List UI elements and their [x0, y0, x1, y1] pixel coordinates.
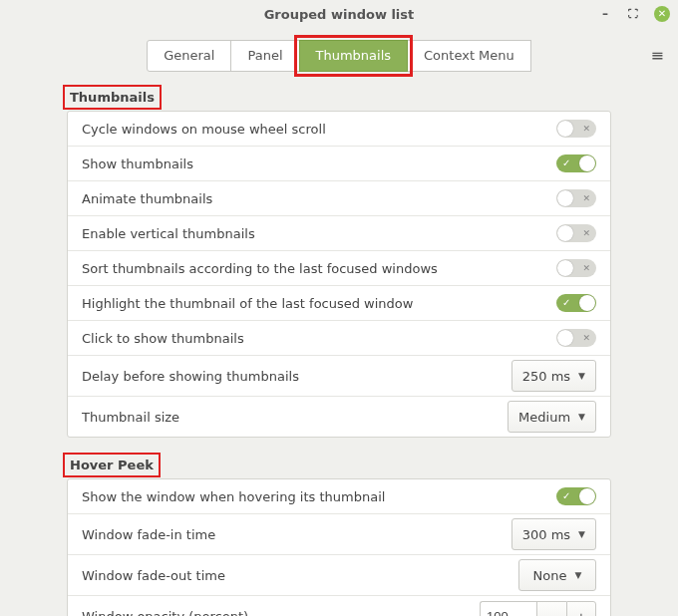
tab-thumbnails[interactable]: Thumbnails: [299, 40, 409, 72]
dropdown-delay[interactable]: 250 ms ▼: [511, 360, 596, 392]
row-vertical-thumbnails: Enable vertical thumbnails ✕: [68, 215, 610, 250]
toggle-show-thumbnails[interactable]: ✓: [556, 154, 596, 172]
toggle-hover-show[interactable]: ✓: [556, 487, 596, 505]
toggle-cycle-windows[interactable]: ✕: [556, 120, 596, 138]
minimize-button[interactable]: –: [598, 7, 612, 21]
section-hover-peek-title: Hover Peek: [67, 458, 611, 472]
label-hover-show: Show the window when hovering its thumbn…: [82, 489, 385, 504]
label-animate-thumbnails: Animate thumbnails: [82, 191, 212, 206]
toggle-vertical-thumbnails[interactable]: ✕: [556, 224, 596, 242]
close-button[interactable]: ✕: [654, 6, 670, 22]
section-thumbnails-title: Thumbnails: [67, 90, 611, 105]
dropdown-fade-out-value: None: [533, 568, 567, 583]
section-thumbnails: Thumbnails Cycle windows on mouse wheel …: [67, 90, 611, 438]
label-sort-thumbnails: Sort thumbnails according to the last fo…: [82, 261, 438, 276]
dropdown-size-value: Medium: [518, 410, 570, 425]
row-opacity: Window opacity (percent) − +: [68, 595, 610, 616]
row-hover-show: Show the window when hovering its thumbn…: [68, 479, 610, 513]
toggle-off-mark-icon: ✕: [582, 120, 590, 138]
dropdown-fade-in[interactable]: 300 ms ▼: [511, 518, 596, 550]
section-thumbnails-panel: Cycle windows on mouse wheel scroll ✕ Sh…: [67, 111, 611, 438]
row-sort-thumbnails: Sort thumbnails according to the last fo…: [68, 250, 610, 285]
row-fade-out: Window fade-out time None ▼: [68, 554, 610, 595]
stepper-plus-button[interactable]: +: [566, 601, 596, 616]
section-hover-peek: Hover Peek Show the window when hovering…: [67, 458, 611, 616]
label-show-thumbnails: Show thumbnails: [82, 156, 193, 171]
tab-context-menu[interactable]: Context Menu: [407, 40, 531, 72]
stepper-opacity: − +: [480, 601, 596, 616]
row-click-to-show: Click to show thumbnails ✕: [68, 320, 610, 355]
label-cycle-windows: Cycle windows on mouse wheel scroll: [82, 122, 326, 137]
label-fade-out: Window fade-out time: [82, 568, 225, 583]
row-size: Thumbnail size Medium ▼: [68, 396, 610, 437]
row-delay: Delay before showing thumbnails 250 ms ▼: [68, 355, 610, 396]
dropdown-delay-value: 250 ms: [522, 369, 570, 384]
tab-general[interactable]: General: [147, 40, 231, 72]
dropdown-fade-in-value: 300 ms: [522, 527, 570, 542]
window-controls: – ⛶ ✕: [598, 6, 670, 22]
dropdown-size[interactable]: Medium ▼: [508, 401, 596, 433]
label-vertical-thumbnails: Enable vertical thumbnails: [82, 226, 255, 241]
label-opacity: Window opacity (percent): [82, 609, 248, 617]
toggle-animate-thumbnails[interactable]: ✕: [556, 189, 596, 207]
window-title: Grouped window list: [264, 7, 415, 22]
maximize-button[interactable]: ⛶: [626, 7, 640, 21]
tab-bar: General Panel Thumbnails Context Menu ≡: [0, 40, 678, 72]
row-highlight-thumbnail: Highlight the thumbnail of the last focu…: [68, 285, 610, 320]
label-click-to-show: Click to show thumbnails: [82, 331, 244, 346]
toggle-off-mark-icon: ✕: [582, 329, 590, 347]
input-opacity[interactable]: [480, 601, 536, 616]
tab-panel[interactable]: Panel: [230, 40, 299, 72]
stepper-minus-button[interactable]: −: [536, 601, 566, 616]
row-fade-in: Window fade-in time 300 ms ▼: [68, 513, 610, 554]
toggle-click-to-show[interactable]: ✕: [556, 329, 596, 347]
row-animate-thumbnails: Animate thumbnails ✕: [68, 180, 610, 215]
row-cycle-windows: Cycle windows on mouse wheel scroll ✕: [68, 112, 610, 146]
chevron-down-icon: ▼: [575, 570, 582, 580]
toggle-on-mark-icon: ✓: [562, 487, 570, 505]
toggle-off-mark-icon: ✕: [582, 189, 590, 207]
label-size: Thumbnail size: [82, 410, 179, 425]
toggle-highlight-thumbnail[interactable]: ✓: [556, 294, 596, 312]
toggle-on-mark-icon: ✓: [562, 154, 570, 172]
toggle-off-mark-icon: ✕: [582, 259, 590, 277]
chevron-down-icon: ▼: [578, 371, 585, 381]
chevron-down-icon: ▼: [578, 412, 585, 422]
toggle-sort-thumbnails[interactable]: ✕: [556, 259, 596, 277]
window-titlebar: Grouped window list – ⛶ ✕: [0, 0, 678, 40]
menu-icon[interactable]: ≡: [651, 46, 664, 65]
section-hover-peek-panel: Show the window when hovering its thumbn…: [67, 478, 611, 616]
dropdown-fade-out[interactable]: None ▼: [518, 559, 596, 591]
row-show-thumbnails: Show thumbnails ✓: [68, 146, 610, 180]
toggle-off-mark-icon: ✕: [582, 224, 590, 242]
label-delay: Delay before showing thumbnails: [82, 369, 299, 384]
label-highlight-thumbnail: Highlight the thumbnail of the last focu…: [82, 296, 413, 311]
label-fade-in: Window fade-in time: [82, 527, 215, 542]
chevron-down-icon: ▼: [578, 529, 585, 539]
toggle-on-mark-icon: ✓: [562, 294, 570, 312]
